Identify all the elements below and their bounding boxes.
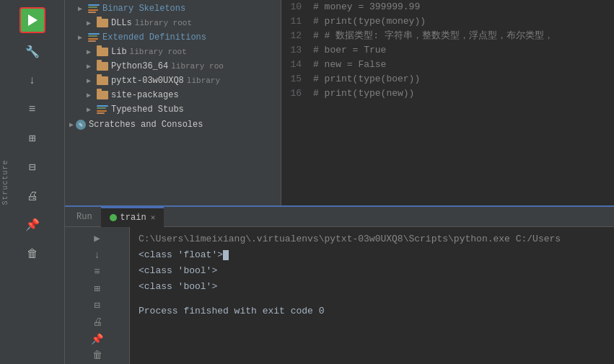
- item-name: DLLs: [111, 18, 132, 28]
- chevron-icon: ▶: [87, 19, 95, 27]
- tree-item-binary-skeletons[interactable]: ▶ Binary Skeletons: [65, 1, 281, 16]
- line-num: 13: [281, 43, 307, 58]
- code-line-11: 11 # print(type(money)): [281, 14, 614, 29]
- print-icon[interactable]: 🖨: [19, 183, 45, 209]
- item-name: site-packages: [111, 90, 179, 100]
- tab-train[interactable]: train ✕: [101, 207, 165, 227]
- tree-item-dlls[interactable]: ▶ DLLs library root: [65, 16, 281, 30]
- item-tag: library root: [130, 48, 187, 56]
- bars-icon: [88, 4, 100, 14]
- term-minus-icon[interactable]: ⊟: [87, 298, 108, 312]
- tree-item-pytxt[interactable]: ▶ pytxt-03w0UXQ8 library: [65, 74, 281, 88]
- tab-dot-icon: [110, 214, 117, 221]
- code-line-10: 10 # money = 399999.99: [281, 0, 614, 14]
- line-num: 16: [281, 86, 307, 101]
- scratches-chevron: ▶: [69, 120, 74, 129]
- close-tab-icon[interactable]: ✕: [151, 213, 156, 222]
- item-tag: library: [187, 76, 220, 85]
- line-num: 10: [281, 0, 307, 14]
- main-area: ▶ Binary Skeletons ▶ DLLs library root ▶: [65, 0, 614, 364]
- output-bool-1: <class 'bool'>: [139, 263, 605, 279]
- folder-icon: [97, 91, 108, 99]
- file-tree: ▶ Binary Skeletons ▶ DLLs library root ▶: [65, 0, 281, 205]
- item-name: Typeshed Stubs: [111, 105, 184, 115]
- item-name: pytxt-03w0UXQ8: [111, 76, 184, 86]
- folder-icon: [97, 76, 108, 85]
- cmd-text: C:\Users\limeixiang\.virtualenvs\pytxt-0…: [139, 234, 561, 244]
- code-editor[interactable]: 10 # money = 399999.99 11 # print(type(m…: [281, 0, 614, 205]
- line-content: # print(type(money)): [307, 14, 614, 29]
- item-name: Binary Skeletons: [102, 4, 185, 14]
- term-trash-icon[interactable]: 🗑: [87, 349, 108, 363]
- bottom-section: Run train ✕ ▶ ↓ ≡ ⊞ ⊟ 🖨 📌 🗑 C:\Users: [65, 205, 614, 364]
- item-tag: library roo: [171, 62, 224, 71]
- chevron-icon: ▶: [78, 33, 87, 42]
- tree-item-site-packages[interactable]: ▶ site-packages: [65, 88, 281, 102]
- item-name: Extended Definitions: [102, 32, 206, 43]
- chevron-icon: ▶: [87, 91, 95, 99]
- scratches-label: Scratches and Consoles: [89, 120, 203, 130]
- line-num: 15: [281, 72, 307, 86]
- code-line-13: 13 # boer = True: [281, 43, 614, 58]
- line-content: # boer = True: [307, 43, 614, 58]
- tab-run[interactable]: Run: [68, 207, 101, 227]
- code-line-15: 15 # print(type(boer)): [281, 72, 614, 86]
- folder-icon: [97, 19, 108, 27]
- minus-icon[interactable]: ⊟: [19, 154, 45, 180]
- terminal-content: ▶ ↓ ≡ ⊞ ⊟ 🖨 📌 🗑 C:\Users\limeixiang\.vir…: [65, 227, 614, 364]
- scratches-item[interactable]: ▶ ✎ Scratches and Consoles: [65, 117, 281, 133]
- folder-icon: [97, 48, 108, 56]
- term-down-icon[interactable]: ↓: [87, 248, 108, 262]
- top-section: ▶ Binary Skeletons ▶ DLLs library root ▶: [65, 0, 614, 205]
- wrench-icon[interactable]: 🔧: [19, 39, 45, 65]
- output-float: <class 'float'>: [139, 247, 605, 263]
- code-line-12: 12 # # 数据类型: 字符串，整数类型，浮点型，布尔类型，: [281, 29, 614, 43]
- grid-icon[interactable]: ⊞: [19, 125, 45, 151]
- term-grid-icon[interactable]: ⊞: [87, 282, 108, 296]
- down-arrow-icon[interactable]: ↓: [19, 68, 45, 94]
- chevron-icon: ▶: [87, 105, 95, 114]
- tree-item-typeshed[interactable]: ▶ Typeshed Stubs: [65, 102, 281, 117]
- line-content: # # 数据类型: 字符串，整数类型，浮点型，布尔类型，: [307, 29, 614, 43]
- bars-icon: [97, 105, 108, 115]
- code-line-14: 14 # new = False: [281, 58, 614, 72]
- line-num: 14: [281, 58, 307, 72]
- cursor: [223, 250, 229, 260]
- chevron-icon: ▶: [87, 48, 95, 56]
- pin-icon[interactable]: 📌: [19, 212, 45, 238]
- chevron-icon: ▶: [87, 76, 95, 85]
- item-name: Lib: [111, 47, 127, 57]
- item-name: Python36_64: [111, 61, 168, 71]
- tree-item-lib[interactable]: ▶ Lib library root: [65, 45, 281, 59]
- list-icon[interactable]: ≡: [19, 97, 45, 123]
- chevron-icon: ▶: [78, 4, 87, 13]
- term-print-icon[interactable]: 🖨: [87, 315, 108, 329]
- structure-label: Structure: [1, 159, 9, 205]
- bars-icon: [88, 32, 100, 43]
- trash-icon[interactable]: 🗑: [19, 241, 45, 267]
- item-tag: library root: [135, 19, 192, 27]
- code-lines: 10 # money = 399999.99 11 # print(type(m…: [281, 0, 614, 101]
- run-tab-label: Run: [76, 212, 92, 222]
- code-line-16: 16 # print(type(new)): [281, 86, 614, 101]
- play-icon: [28, 14, 38, 26]
- line-num: 12: [281, 29, 307, 43]
- line-num: 11: [281, 14, 307, 29]
- train-tab-label: train: [120, 213, 146, 223]
- line-content: # print(type(boer)): [307, 72, 614, 86]
- chevron-icon: ▶: [87, 62, 95, 71]
- term-list-icon[interactable]: ≡: [87, 265, 108, 279]
- term-pin-icon[interactable]: 📌: [87, 332, 108, 346]
- terminal-output[interactable]: C:\Users\limeixiang\.virtualenvs\pytxt-0…: [130, 227, 614, 364]
- tree-item-python36[interactable]: ▶ Python36_64 library roo: [65, 59, 281, 74]
- sidebar-top: 🔧 ↓ ≡ ⊞ ⊟ 🖨 📌 🗑: [0, 0, 64, 364]
- scratches-icon: ✎: [76, 120, 86, 130]
- terminal-tabs: Run train ✕: [65, 207, 614, 227]
- tree-item-extended-defs[interactable]: ▶ Extended Definitions: [65, 30, 281, 45]
- run-button[interactable]: [19, 7, 45, 33]
- line-content: # new = False: [307, 58, 614, 72]
- left-sidebar: 🔧 ↓ ≡ ⊞ ⊟ 🖨 📌 🗑 Structure: [0, 0, 65, 364]
- term-run-icon[interactable]: ▶: [87, 231, 108, 245]
- output-bool-2: <class 'bool'>: [139, 279, 605, 295]
- line-content: # print(type(new)): [307, 86, 614, 101]
